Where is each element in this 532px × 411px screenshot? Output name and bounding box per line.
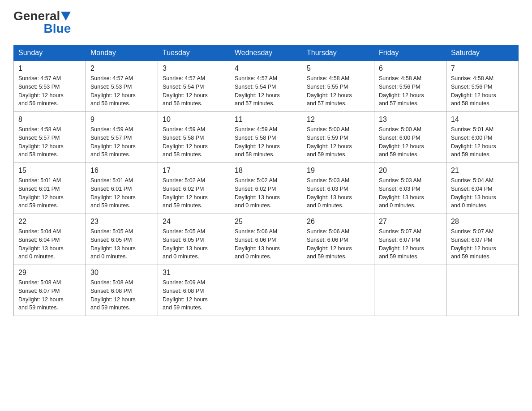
- day-info: Sunrise: 4:58 AMSunset: 5:56 PMDaylight:…: [451, 74, 514, 108]
- day-number: 3: [163, 64, 225, 73]
- header-saturday: Saturday: [446, 45, 519, 61]
- day-info: Sunrise: 5:01 AMSunset: 6:01 PMDaylight:…: [90, 176, 153, 210]
- day-number: 18: [235, 167, 297, 175]
- day-number: 27: [379, 218, 442, 226]
- calendar-cell: 18Sunrise: 5:02 AMSunset: 6:02 PMDayligh…: [230, 163, 302, 214]
- day-number: 10: [163, 116, 225, 124]
- header-sunday: Sunday: [14, 45, 86, 61]
- calendar-cell: 25Sunrise: 5:06 AMSunset: 6:06 PMDayligh…: [230, 214, 302, 265]
- day-info: Sunrise: 5:06 AMSunset: 6:06 PMDaylight:…: [235, 227, 297, 261]
- day-number: 19: [307, 167, 369, 175]
- calendar-cell: 4Sunrise: 4:57 AMSunset: 5:54 PMDaylight…: [230, 61, 302, 112]
- calendar-cell: 30Sunrise: 5:08 AMSunset: 6:08 PMDayligh…: [86, 265, 158, 316]
- calendar-cell: 23Sunrise: 5:05 AMSunset: 6:05 PMDayligh…: [86, 214, 158, 265]
- calendar-cell: 10Sunrise: 4:59 AMSunset: 5:58 PMDayligh…: [158, 112, 230, 163]
- calendar-week-1: 1Sunrise: 4:57 AMSunset: 5:53 PMDaylight…: [14, 61, 519, 112]
- calendar-cell: 27Sunrise: 5:07 AMSunset: 6:07 PMDayligh…: [374, 214, 446, 265]
- day-info: Sunrise: 5:03 AMSunset: 6:03 PMDaylight:…: [307, 176, 369, 210]
- day-info: Sunrise: 4:57 AMSunset: 5:54 PMDaylight:…: [235, 74, 297, 108]
- calendar-week-4: 22Sunrise: 5:04 AMSunset: 6:04 PMDayligh…: [14, 214, 519, 265]
- page-header: General Blue: [13, 9, 519, 36]
- day-info: Sunrise: 4:59 AMSunset: 5:58 PMDaylight:…: [163, 125, 225, 159]
- day-info: Sunrise: 5:02 AMSunset: 6:02 PMDaylight:…: [235, 176, 297, 210]
- calendar-cell: 13Sunrise: 5:00 AMSunset: 6:00 PMDayligh…: [374, 112, 446, 163]
- day-number: 29: [18, 269, 81, 277]
- day-info: Sunrise: 5:08 AMSunset: 6:08 PMDaylight:…: [90, 278, 153, 312]
- calendar-cell: 9Sunrise: 4:59 AMSunset: 5:57 PMDaylight…: [86, 112, 158, 163]
- calendar-cell: [374, 265, 446, 316]
- day-info: Sunrise: 5:03 AMSunset: 6:03 PMDaylight:…: [379, 176, 442, 210]
- calendar-week-2: 8Sunrise: 4:58 AMSunset: 5:57 PMDaylight…: [14, 112, 519, 163]
- header-friday: Friday: [374, 45, 446, 61]
- day-number: 15: [18, 167, 81, 175]
- day-number: 23: [90, 218, 153, 226]
- day-number: 6: [379, 64, 442, 73]
- day-number: 14: [451, 116, 514, 124]
- calendar-cell: 7Sunrise: 4:58 AMSunset: 5:56 PMDaylight…: [446, 61, 519, 112]
- calendar-header: SundayMondayTuesdayWednesdayThursdayFrid…: [14, 45, 519, 61]
- calendar-cell: 29Sunrise: 5:08 AMSunset: 6:07 PMDayligh…: [14, 265, 86, 316]
- day-info: Sunrise: 5:01 AMSunset: 6:01 PMDaylight:…: [18, 176, 81, 210]
- day-number: 20: [379, 167, 442, 175]
- calendar-cell: 21Sunrise: 5:04 AMSunset: 6:04 PMDayligh…: [446, 163, 519, 214]
- day-info: Sunrise: 5:08 AMSunset: 6:07 PMDaylight:…: [18, 278, 81, 312]
- svg-marker-0: [61, 12, 71, 21]
- day-info: Sunrise: 5:05 AMSunset: 6:05 PMDaylight:…: [163, 227, 225, 261]
- calendar-cell: 6Sunrise: 4:58 AMSunset: 5:56 PMDaylight…: [374, 61, 446, 112]
- day-info: Sunrise: 5:04 AMSunset: 6:04 PMDaylight:…: [18, 227, 81, 261]
- day-info: Sunrise: 4:57 AMSunset: 5:53 PMDaylight:…: [90, 74, 153, 108]
- calendar-cell: 14Sunrise: 5:01 AMSunset: 6:00 PMDayligh…: [446, 112, 519, 163]
- calendar-cell: 8Sunrise: 4:58 AMSunset: 5:57 PMDaylight…: [14, 112, 86, 163]
- day-info: Sunrise: 5:07 AMSunset: 6:07 PMDaylight:…: [379, 227, 442, 261]
- day-number: 12: [307, 116, 369, 124]
- day-number: 22: [18, 218, 81, 226]
- calendar-cell: 2Sunrise: 4:57 AMSunset: 5:53 PMDaylight…: [86, 61, 158, 112]
- day-number: 5: [307, 64, 369, 73]
- calendar-cell: 11Sunrise: 4:59 AMSunset: 5:58 PMDayligh…: [230, 112, 302, 163]
- calendar-cell: 16Sunrise: 5:01 AMSunset: 6:01 PMDayligh…: [86, 163, 158, 214]
- day-info: Sunrise: 5:00 AMSunset: 6:00 PMDaylight:…: [379, 125, 442, 159]
- logo-triangle-icon: [61, 12, 71, 21]
- day-number: 7: [451, 64, 514, 73]
- day-number: 9: [90, 116, 153, 124]
- calendar-cell: 1Sunrise: 4:57 AMSunset: 5:53 PMDaylight…: [14, 61, 86, 112]
- day-number: 31: [163, 269, 225, 277]
- day-number: 30: [90, 269, 153, 277]
- calendar-week-5: 29Sunrise: 5:08 AMSunset: 6:07 PMDayligh…: [14, 265, 519, 316]
- calendar-table: SundayMondayTuesdayWednesdayThursdayFrid…: [13, 45, 519, 316]
- header-wednesday: Wednesday: [230, 45, 302, 61]
- day-number: 25: [235, 218, 297, 226]
- day-info: Sunrise: 4:59 AMSunset: 5:58 PMDaylight:…: [235, 125, 297, 159]
- day-number: 16: [90, 167, 153, 175]
- calendar-cell: 28Sunrise: 5:07 AMSunset: 6:07 PMDayligh…: [446, 214, 519, 265]
- day-number: 28: [451, 218, 514, 226]
- calendar-cell: [230, 265, 302, 316]
- calendar-cell: 17Sunrise: 5:02 AMSunset: 6:02 PMDayligh…: [158, 163, 230, 214]
- header-monday: Monday: [86, 45, 158, 61]
- calendar-cell: 15Sunrise: 5:01 AMSunset: 6:01 PMDayligh…: [14, 163, 86, 214]
- calendar-cell: 19Sunrise: 5:03 AMSunset: 6:03 PMDayligh…: [302, 163, 374, 214]
- day-info: Sunrise: 5:06 AMSunset: 6:06 PMDaylight:…: [307, 227, 369, 261]
- day-info: Sunrise: 5:09 AMSunset: 6:08 PMDaylight:…: [163, 278, 225, 312]
- calendar-cell: 12Sunrise: 5:00 AMSunset: 5:59 PMDayligh…: [302, 112, 374, 163]
- day-info: Sunrise: 5:01 AMSunset: 6:00 PMDaylight:…: [451, 125, 514, 159]
- day-info: Sunrise: 5:02 AMSunset: 6:02 PMDaylight:…: [163, 176, 225, 210]
- day-number: 26: [307, 218, 369, 226]
- day-info: Sunrise: 5:05 AMSunset: 6:05 PMDaylight:…: [90, 227, 153, 261]
- calendar-cell: 31Sunrise: 5:09 AMSunset: 6:08 PMDayligh…: [158, 265, 230, 316]
- day-info: Sunrise: 4:57 AMSunset: 5:53 PMDaylight:…: [18, 74, 81, 108]
- day-number: 11: [235, 116, 297, 124]
- header-tuesday: Tuesday: [158, 45, 230, 61]
- calendar-cell: 3Sunrise: 4:57 AMSunset: 5:54 PMDaylight…: [158, 61, 230, 112]
- day-info: Sunrise: 4:57 AMSunset: 5:54 PMDaylight:…: [163, 74, 225, 108]
- calendar-cell: 22Sunrise: 5:04 AMSunset: 6:04 PMDayligh…: [14, 214, 86, 265]
- logo-blue-text: Blue: [44, 21, 71, 36]
- day-info: Sunrise: 5:04 AMSunset: 6:04 PMDaylight:…: [451, 176, 514, 210]
- calendar-cell: [302, 265, 374, 316]
- day-info: Sunrise: 4:58 AMSunset: 5:55 PMDaylight:…: [307, 74, 369, 108]
- day-info: Sunrise: 5:00 AMSunset: 5:59 PMDaylight:…: [307, 125, 369, 159]
- calendar-week-3: 15Sunrise: 5:01 AMSunset: 6:01 PMDayligh…: [14, 163, 519, 214]
- header-thursday: Thursday: [302, 45, 374, 61]
- calendar-body: 1Sunrise: 4:57 AMSunset: 5:53 PMDaylight…: [14, 61, 519, 316]
- day-info: Sunrise: 4:58 AMSunset: 5:56 PMDaylight:…: [379, 74, 442, 108]
